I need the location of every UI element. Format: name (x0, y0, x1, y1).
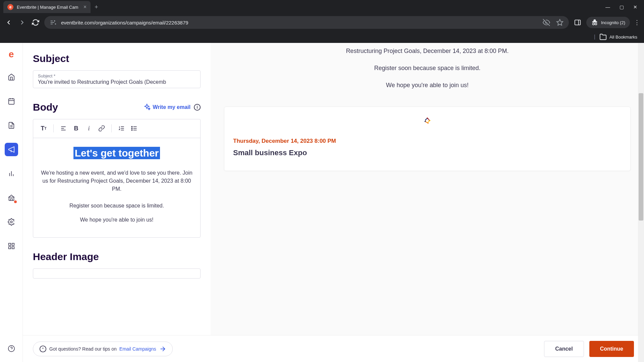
svg-point-38 (427, 118, 428, 119)
svg-rect-6 (575, 20, 580, 25)
main-content: Subject Subject * Body Write my email i … (23, 43, 644, 362)
editor-content[interactable]: Let's get together We're hosting a new e… (33, 138, 200, 237)
sidebar-finance[interactable] (5, 191, 18, 204)
sidebar-orders[interactable] (5, 119, 18, 132)
sidebar-marketing[interactable] (5, 143, 18, 156)
browser-tab[interactable]: e Eventbrite | Manage Email Cam × (3, 1, 91, 13)
sidebar-events[interactable] (5, 95, 18, 108)
app-sidebar: e (0, 43, 23, 362)
browser-chrome: e Eventbrite | Manage Email Cam × + — ▢ … (0, 0, 644, 43)
address-bar[interactable]: eventbrite.com/organizations/campaigns/e… (44, 16, 569, 29)
help-pill[interactable]: Got questions? Read our tips on Email Ca… (33, 342, 173, 356)
scrollbar-thumb[interactable] (639, 93, 643, 221)
help-text: Got questions? Read our tips on (49, 346, 117, 352)
link-icon[interactable] (96, 123, 107, 134)
editor-panel: Subject Subject * Body Write my email i … (23, 43, 211, 362)
back-button[interactable] (4, 18, 13, 27)
svg-rect-20 (8, 243, 10, 245)
close-tab-icon[interactable]: × (84, 4, 87, 10)
eventbrite-favicon: e (7, 4, 13, 10)
sidebar-reports[interactable] (5, 167, 18, 180)
ordered-list-icon[interactable] (116, 123, 127, 134)
incognito-badge[interactable]: Incognito (2) (586, 17, 630, 28)
body-editor: TT B i (33, 119, 201, 238)
tab-bar: e Eventbrite | Manage Email Cam × + — ▢ … (0, 0, 644, 14)
minimize-icon[interactable]: — (605, 4, 610, 10)
svg-rect-21 (12, 243, 14, 245)
toolbar-separator (111, 124, 112, 132)
bookmarks-separator: | (594, 34, 595, 40)
event-logo (233, 117, 622, 124)
svg-point-41 (425, 121, 426, 122)
close-window-icon[interactable]: ✕ (633, 4, 637, 10)
sidebar-settings[interactable] (5, 215, 18, 229)
align-icon[interactable] (58, 123, 69, 134)
editor-paragraph[interactable]: We're hosting a new event, and we'd love… (39, 169, 194, 193)
continue-button[interactable]: Continue (589, 341, 634, 357)
info-icon[interactable]: i (194, 104, 201, 111)
subject-heading: Subject (33, 53, 201, 64)
svg-rect-23 (12, 247, 14, 249)
eventbrite-logo[interactable]: e (9, 49, 14, 60)
cancel-button[interactable]: Cancel (544, 341, 584, 357)
help-link[interactable]: Email Campaigns (119, 346, 156, 352)
svg-point-19 (10, 221, 12, 223)
sidebar-home[interactable] (5, 70, 18, 84)
all-bookmarks-button[interactable]: All Bookmarks (599, 33, 637, 41)
scrollbar-track[interactable] (638, 43, 644, 362)
side-panel-icon[interactable] (573, 18, 582, 27)
italic-icon[interactable]: i (83, 123, 95, 134)
preview-line: Register soon because space is limited. (224, 63, 631, 73)
preview-line: We hope you're able to join us! (224, 80, 631, 90)
tab-title: Eventbrite | Manage Email Cam (17, 5, 80, 10)
svg-point-4 (55, 23, 56, 25)
preview-line: Restructuring Project Goals, December 14… (224, 46, 631, 56)
bold-icon[interactable]: B (70, 123, 82, 134)
eye-off-icon[interactable] (543, 19, 550, 26)
body-heading: Body (33, 102, 58, 113)
subject-label: Subject * (38, 73, 196, 78)
url-text: eventbrite.com/organizations/campaigns/e… (61, 20, 188, 25)
svg-point-9 (595, 23, 597, 25)
preview-panel: Restructuring Project Goals, December 14… (211, 43, 644, 362)
svg-point-39 (429, 120, 430, 121)
svg-rect-2 (51, 24, 53, 24)
forward-button[interactable] (17, 18, 27, 27)
svg-rect-22 (8, 247, 10, 249)
window-controls: — ▢ ✕ (605, 4, 644, 10)
subject-input[interactable] (38, 78, 196, 85)
maximize-icon[interactable]: ▢ (620, 4, 624, 10)
editor-paragraph[interactable]: Register soon because space is limited. (39, 202, 194, 210)
sidebar-apps[interactable] (5, 239, 18, 253)
editor-paragraph[interactable]: We hope you're able to join us! (39, 216, 194, 224)
sidebar-help[interactable] (5, 342, 18, 355)
svg-point-3 (54, 20, 55, 22)
event-name: Small business Expo (233, 148, 622, 157)
header-image-heading: Header Image (33, 251, 201, 262)
new-tab-button[interactable]: + (95, 4, 98, 11)
nav-bar: eventbrite.com/organizations/campaigns/e… (0, 14, 644, 31)
browser-menu-icon[interactable]: ⋮ (634, 19, 640, 26)
text-size-icon[interactable]: TT (38, 123, 49, 134)
reload-button[interactable] (31, 18, 40, 27)
header-image-field[interactable] (33, 268, 201, 279)
bookmark-star-icon[interactable] (556, 19, 564, 26)
svg-rect-10 (8, 99, 14, 105)
write-my-email-button[interactable]: Write my email (143, 104, 191, 111)
event-card: Thursday, December 14, 2023 8:00 PM Smal… (224, 107, 631, 171)
subject-field[interactable]: Subject * (33, 70, 201, 88)
toolbar-separator (53, 124, 54, 132)
svg-point-40 (427, 123, 428, 124)
svg-marker-5 (557, 19, 563, 25)
site-settings-icon[interactable] (50, 19, 57, 26)
bookmarks-bar: | All Bookmarks (0, 31, 644, 43)
editor-toolbar: TT B i (33, 119, 200, 138)
svg-point-35 (131, 126, 132, 127)
svg-point-37 (131, 130, 132, 131)
svg-rect-1 (51, 22, 54, 23)
editor-headline-selected[interactable]: Let's get together (73, 147, 160, 159)
bullet-list-icon[interactable] (128, 123, 140, 134)
svg-rect-0 (51, 21, 53, 21)
event-date: Thursday, December 14, 2023 8:00 PM (233, 138, 622, 144)
footer-bar: Got questions? Read our tips on Email Ca… (23, 335, 644, 362)
